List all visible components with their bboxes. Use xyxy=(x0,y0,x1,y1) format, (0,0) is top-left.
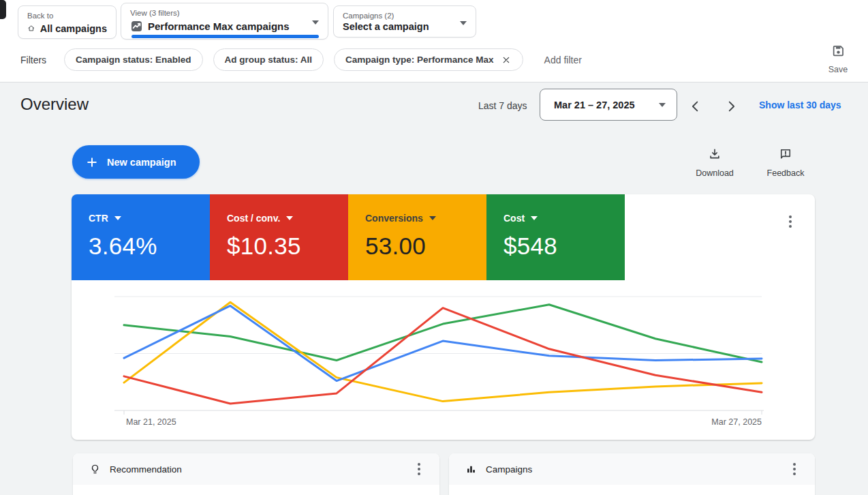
google-ads-overview-screen: Back to All campaigns View (3 filters) P… xyxy=(0,0,868,495)
view-value: Performance Max campaigns xyxy=(148,20,290,32)
chevron-down-icon xyxy=(286,216,293,220)
recommendation-panel-title: Recommendation xyxy=(110,464,411,475)
active-view-underline xyxy=(131,35,319,38)
feedback-label: Feedback xyxy=(764,168,807,178)
download-label: Download xyxy=(693,168,737,178)
scorecard-value: $10.35 xyxy=(227,232,348,260)
close-icon[interactable] xyxy=(501,55,512,65)
campaign-selector-dropdown[interactable]: Campaigns (2) Select a campaign xyxy=(333,5,476,38)
filter-pill-ad-group-status[interactable]: Ad group status: All xyxy=(213,48,324,71)
filter-pill-campaign-type[interactable]: Campaign type: Performance Max xyxy=(334,48,523,71)
chevron-right-icon xyxy=(724,99,739,114)
next-period-button[interactable] xyxy=(722,97,741,116)
chevron-left-icon xyxy=(688,99,703,114)
bar-chart-icon xyxy=(465,464,477,475)
date-range-picker[interactable]: Mar 21 – 27, 2025 xyxy=(540,89,677,121)
save-icon xyxy=(831,44,846,58)
scorecard-label: Cost / conv. xyxy=(227,213,280,224)
scorecard-label: CTR xyxy=(89,213,108,224)
scorecard-label: Conversions xyxy=(365,213,423,224)
filter-pill-text: Campaign status: Enabled xyxy=(76,55,191,65)
add-filter-button[interactable]: Add filter xyxy=(544,55,582,65)
filter-pill-text: Ad group status: All xyxy=(225,55,313,65)
new-campaign-button[interactable]: New campaign xyxy=(72,145,200,179)
filter-pill-text: Campaign type: Performance Max xyxy=(345,55,494,65)
campaigns-more-options-button[interactable] xyxy=(786,461,803,477)
scorecard-ctr[interactable]: CTR 3.64% xyxy=(72,194,210,280)
feedback-button[interactable]: Feedback xyxy=(764,147,807,178)
new-campaign-label: New campaign xyxy=(107,157,176,168)
filter-pills-row: Campaign status: Enabled Ad group status… xyxy=(64,48,582,71)
download-icon xyxy=(708,147,722,161)
recommendation-panel-header: Recommendation xyxy=(73,453,439,485)
chevron-down-icon xyxy=(114,216,121,220)
campaign-select-value: Select a campaign xyxy=(343,21,429,32)
scorecard-cost-per-conv[interactable]: Cost / conv. $10.35 xyxy=(210,194,348,280)
show-last-30-days-link[interactable]: Show last 30 days xyxy=(759,100,841,110)
panel-more-options-button[interactable] xyxy=(782,213,799,230)
insights-icon xyxy=(130,20,143,33)
view-selector-dropdown[interactable]: View (3 filters) Performance Max campaig… xyxy=(121,3,328,40)
recommendation-panel: Recommendation xyxy=(73,453,439,495)
x-axis-label-start: Mar 21, 2025 xyxy=(126,417,176,427)
top-header: Back to All campaigns View (3 filters) P… xyxy=(0,0,868,82)
date-range-hint: Last 7 days xyxy=(478,100,527,111)
chart-line-ctr xyxy=(124,305,762,380)
back-to-label: Back to xyxy=(27,11,107,20)
chart-line-cost-conv- xyxy=(124,308,762,404)
overview-summary-panel: CTR 3.64% Cost / conv. $10.35 Conversion… xyxy=(72,194,815,440)
view-label: View (3 filters) xyxy=(130,8,319,18)
back-to-value: All campaigns xyxy=(40,23,107,34)
save-filter-button[interactable]: Save xyxy=(820,44,856,74)
campaigns-panel-header: Campaigns xyxy=(449,453,815,485)
scorecard-conversions[interactable]: Conversions 53.00 xyxy=(348,194,486,280)
page-title: Overview xyxy=(20,95,89,114)
chevron-down-icon xyxy=(312,20,319,25)
campaigns-panel: Campaigns xyxy=(449,453,815,495)
filter-pill-campaign-status[interactable]: Campaign status: Enabled xyxy=(64,48,203,71)
previous-period-button[interactable] xyxy=(686,97,705,116)
scorecard-value: 53.00 xyxy=(365,232,486,260)
chevron-down-icon xyxy=(429,216,436,220)
chevron-down-icon xyxy=(659,103,666,107)
scorecard-value: $548 xyxy=(503,232,625,260)
overview-line-chart: Mar 21, 2025 Mar 27, 2025 xyxy=(72,286,815,433)
filters-label: Filters xyxy=(20,55,46,65)
back-to-all-campaigns-button[interactable]: Back to All campaigns xyxy=(18,5,117,39)
feedback-icon xyxy=(779,147,792,161)
chevron-down-icon xyxy=(460,21,467,25)
chart-series-lines xyxy=(124,302,762,404)
chart-line-conversions xyxy=(124,302,762,401)
nav-edge-sliver xyxy=(0,0,6,19)
save-label: Save xyxy=(820,65,856,74)
campaigns-panel-title: Campaigns xyxy=(486,464,786,475)
scorecard-cost[interactable]: Cost $548 xyxy=(486,194,625,280)
home-icon xyxy=(27,22,35,34)
campaigns-count-label: Campaigns (2) xyxy=(343,11,467,20)
download-button[interactable]: Download xyxy=(693,147,737,178)
recommendation-more-options-button[interactable] xyxy=(411,461,427,477)
scorecard-value: 3.64% xyxy=(89,232,210,260)
date-range-value: Mar 21 – 27, 2025 xyxy=(554,100,659,110)
plus-icon xyxy=(85,155,99,169)
chevron-down-icon xyxy=(531,216,538,220)
x-axis-label-end: Mar 27, 2025 xyxy=(711,417,762,427)
scorecards-row: CTR 3.64% Cost / conv. $10.35 Conversion… xyxy=(72,194,625,280)
scorecard-label: Cost xyxy=(503,213,525,224)
lightbulb-icon xyxy=(89,464,101,475)
